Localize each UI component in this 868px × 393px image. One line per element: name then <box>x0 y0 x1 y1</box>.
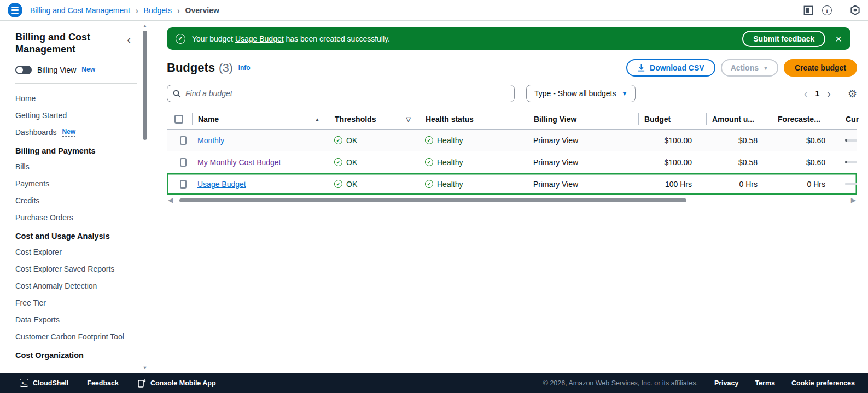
page-number[interactable]: 1 <box>811 89 824 98</box>
sidebar-item-cost-explorer-saved-reports[interactable]: Cost Explorer Saved Reports <box>15 261 134 278</box>
sidebar-item-payments[interactable]: Payments <box>15 175 134 192</box>
search-input[interactable] <box>185 89 509 98</box>
budget-name-cell: My Monthly Cost Budget <box>192 158 329 167</box>
scroll-down-icon[interactable]: ▼ <box>142 365 148 371</box>
footer-link-terms[interactable]: Terms <box>755 379 775 387</box>
row-checkbox[interactable] <box>180 136 187 145</box>
column-header-label: Cur <box>846 115 859 124</box>
threshold-status-label: OK <box>346 180 357 189</box>
column-header-thresholds[interactable]: Thresholds▽ <box>329 113 420 125</box>
info-icon[interactable]: i <box>822 5 832 15</box>
health-status-label: Healthy <box>437 136 463 145</box>
forecasted-cell: 0 Hrs <box>772 180 840 189</box>
feedback-button[interactable]: Feedback <box>87 379 119 387</box>
sidebar-item-free-tier[interactable]: Free Tier <box>15 295 134 312</box>
column-header-label: Forecaste... <box>778 115 820 124</box>
download-csv-button[interactable]: Download CSV <box>626 59 715 77</box>
create-budget-button[interactable]: Create budget <box>784 59 857 77</box>
column-header-forecaste-[interactable]: Forecaste... <box>772 113 840 125</box>
breadcrumb-link[interactable]: Budgets <box>144 6 172 15</box>
sort-ascending-icon[interactable]: ▲ <box>314 116 323 122</box>
submit-feedback-button[interactable]: Submit feedback <box>742 31 825 47</box>
breadcrumb-link[interactable]: Billing and Cost Management <box>30 6 130 15</box>
breadcrumb: Billing and Cost Management›Budgets›Over… <box>30 6 219 15</box>
budget-name-link[interactable]: Usage Budget <box>197 180 246 189</box>
threshold-status: ✓OK <box>334 158 357 167</box>
scroll-right-icon[interactable]: ▶ <box>850 197 857 203</box>
breadcrumb-separator-icon: › <box>177 5 180 15</box>
mobile-phone-icon <box>137 379 146 388</box>
actions-button[interactable]: Actions▼ <box>721 59 778 77</box>
scroll-up-icon[interactable]: ▲ <box>142 23 148 28</box>
column-header-budget[interactable]: Budget <box>638 113 706 125</box>
download-icon <box>637 64 645 72</box>
sidebar-item-label: Payments <box>15 179 49 188</box>
copyright-text: © 2026, Amazon Web Services, Inc. or its… <box>543 379 698 387</box>
sidebar-item-credits[interactable]: Credits <box>15 192 134 209</box>
filter-icon[interactable]: ▽ <box>406 116 414 123</box>
cloudshell-button[interactable]: >_ CloudShell <box>20 379 68 387</box>
row-checkbox[interactable] <box>180 180 187 189</box>
split-panel-icon[interactable] <box>803 5 813 15</box>
column-header-amount-u-[interactable]: Amount u... <box>706 113 772 125</box>
budget-name-link[interactable]: Monthly <box>197 136 224 145</box>
flashbar-message: Your budget Usage Budget has been create… <box>192 34 390 43</box>
column-header-billing-view[interactable]: Billing View <box>528 113 638 125</box>
threshold-status-label: OK <box>346 136 357 145</box>
budget-name-cell: Usage Budget <box>192 180 329 189</box>
table-preferences-gear-icon[interactable]: ⚙ <box>848 89 857 99</box>
sidebar-item-customer-carbon-footprint-tool[interactable]: Customer Carbon Footprint Tool <box>15 329 134 345</box>
billing-view-cell: Primary View <box>528 180 638 189</box>
current-usage-cell <box>840 161 857 163</box>
sidebar-scrollbar[interactable]: ▲ ▼ <box>142 22 148 372</box>
current-usage-bar <box>845 183 857 185</box>
info-link[interactable]: Info <box>238 64 251 72</box>
column-header-health-status[interactable]: Health status <box>420 113 528 125</box>
aws-console-page: Billing and Cost Management›Budgets›Over… <box>0 0 868 393</box>
status-check-icon: ✓ <box>425 136 433 144</box>
scrollbar-track[interactable] <box>174 198 850 203</box>
sidebar-nav: HomeGetting StartedDashboardsNewBilling … <box>15 90 134 363</box>
sidebar-item-cost-explorer[interactable]: Cost Explorer <box>15 244 134 261</box>
sidebar-item-bills[interactable]: Bills <box>15 159 134 175</box>
budget-name-link[interactable]: My Monthly Cost Budget <box>197 158 281 167</box>
scroll-left-icon[interactable]: ◀ <box>167 197 174 203</box>
sidebar-item-getting-started[interactable]: Getting Started <box>15 107 134 124</box>
services-menu-icon[interactable] <box>8 3 22 17</box>
billing-view-cell: Primary View <box>528 158 638 167</box>
column-header-name[interactable]: Name▲ <box>192 113 329 125</box>
sidebar-item-purchase-orders[interactable]: Purchase Orders <box>15 209 134 226</box>
billing-view-new-badge[interactable]: New <box>81 66 95 74</box>
sidebar-scrollbar-thumb[interactable] <box>143 31 147 140</box>
next-page-icon[interactable]: › <box>824 87 834 100</box>
flashbar-close-icon[interactable]: × <box>834 33 843 44</box>
sidebar-item-cost-anomaly-detection[interactable]: Cost Anomaly Detection <box>15 278 134 295</box>
column-header-cur[interactable]: Cur <box>840 113 864 125</box>
sidebar-item-data-exports[interactable]: Data Exports <box>15 312 134 329</box>
sidebar-item-home[interactable]: Home <box>15 90 134 107</box>
settings-icon[interactable] <box>850 5 860 15</box>
sidebar-item-new-badge: New <box>62 128 76 137</box>
select-all-checkbox[interactable] <box>174 115 183 124</box>
previous-page-icon[interactable]: ‹ <box>801 87 811 100</box>
health-status-cell: ✓Healthy <box>420 180 528 189</box>
horizontal-scrollbar[interactable]: ◀ ▶ <box>167 196 857 204</box>
console-mobile-app-button[interactable]: Console Mobile App <box>137 379 216 388</box>
flashbar-budget-link[interactable]: Usage Budget <box>235 34 284 43</box>
search-box[interactable] <box>167 85 515 102</box>
row-checkbox-cell <box>167 136 192 145</box>
sidebar-item-dashboards[interactable]: DashboardsNew <box>15 124 134 141</box>
type-filter-dropdown[interactable]: Type - Show all budgets▼ <box>526 85 636 102</box>
chevron-down-icon: ▼ <box>763 65 768 71</box>
budget-amount-cell: $100.00 <box>638 136 706 145</box>
sidebar-collapse-icon[interactable]: ‹ <box>127 34 131 45</box>
sidebar-section-header: Billing and Payments <box>15 141 134 159</box>
current-usage-bar <box>845 139 857 142</box>
current-usage-cell <box>840 183 857 185</box>
scrollbar-thumb[interactable] <box>179 198 686 202</box>
footer-link-cookie-preferences[interactable]: Cookie preferences <box>791 379 855 387</box>
billing-view-toggle[interactable] <box>15 66 32 74</box>
footer-link-privacy[interactable]: Privacy <box>714 379 738 387</box>
row-checkbox[interactable] <box>180 158 187 167</box>
column-header-label: Health status <box>426 115 474 124</box>
